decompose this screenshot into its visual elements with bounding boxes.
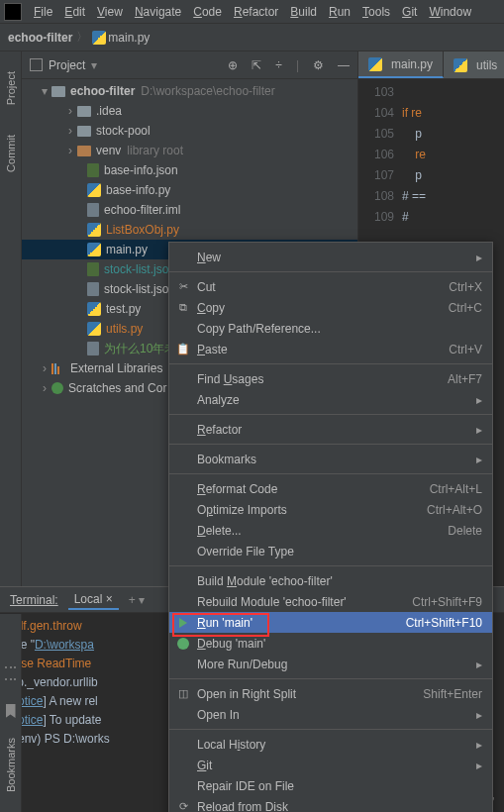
structure-icon[interactable]: ⋮⋮ <box>3 660 19 684</box>
menu-file[interactable]: File <box>28 5 58 19</box>
debug-icon <box>175 636 191 652</box>
editor-tabs: main.pyutils <box>358 51 504 79</box>
breadcrumb: echoo-filter 〉 main.py <box>0 24 504 51</box>
commit-tool-tab[interactable]: Commit <box>5 135 17 172</box>
context-menu: New▸✂CutCtrl+X⧉CopyCtrl+CCopy Path/Refer… <box>168 242 493 812</box>
panel-title[interactable]: Project <box>49 58 85 72</box>
file-icon <box>87 342 99 355</box>
menu-refactor[interactable]: Refactor <box>228 5 284 19</box>
menu-item-build-module-echoo-filter-[interactable]: Build Module 'echoo-filter' <box>169 570 492 591</box>
left-bottom-gutter: ⋮⋮ Bookmarks <box>0 614 22 812</box>
tree-folder[interactable]: ›.idea <box>22 101 357 121</box>
menu-item-cut[interactable]: ✂CutCtrl+X <box>169 276 492 297</box>
terminal-label: Terminal: <box>10 593 58 607</box>
json-icon <box>87 163 99 177</box>
terminal-tab-local[interactable]: Local × <box>68 590 119 610</box>
menu-navigate[interactable]: Navigate <box>129 5 187 19</box>
copy-icon: ⧉ <box>175 300 191 316</box>
python-icon <box>92 31 106 45</box>
menu-item-reload-from-disk[interactable]: ⟳Reload from Disk <box>169 796 492 812</box>
python-icon <box>368 57 382 71</box>
breadcrumb-project[interactable]: echoo-filter <box>8 31 72 45</box>
python-icon <box>454 58 467 72</box>
menu-item-open-in-right-split[interactable]: ◫Open in Right SplitShift+Enter <box>169 683 492 704</box>
menu-build[interactable]: Build <box>284 5 323 19</box>
menu-view[interactable]: View <box>91 5 129 19</box>
project-view-icon <box>30 58 43 71</box>
menu-item-new[interactable]: New▸ <box>169 247 492 267</box>
menu-item-refactor[interactable]: Refactor▸ <box>169 419 492 440</box>
menu-edit[interactable]: Edit <box>58 5 91 19</box>
python-icon <box>87 243 101 256</box>
menu-item-local-history[interactable]: Local History▸ <box>169 734 492 755</box>
tree-file[interactable]: ListBoxObj.py <box>22 220 357 240</box>
menu-window[interactable]: Window <box>423 5 477 19</box>
menu-tools[interactable]: Tools <box>356 5 396 19</box>
file-icon <box>87 203 99 217</box>
gear-icon[interactable]: ⚙ <box>313 58 324 72</box>
divider-icon[interactable]: ÷ <box>275 58 282 72</box>
python-icon <box>87 302 101 316</box>
menu-item-more-run-debug[interactable]: More Run/Debug▸ <box>169 654 492 674</box>
python-icon <box>87 183 101 197</box>
menu-run[interactable]: Run <box>323 5 356 19</box>
tree-folder[interactable]: ›stock-pool <box>22 121 357 141</box>
bookmarks-tool-tab[interactable]: Bookmarks <box>5 738 17 792</box>
editor-tab[interactable]: main.py <box>358 51 444 78</box>
menu-item-find-usages[interactable]: Find UsagesAlt+F7 <box>169 368 492 389</box>
file-icon <box>87 282 99 296</box>
breadcrumb-file[interactable]: main.py <box>108 31 150 45</box>
python-icon <box>87 322 101 336</box>
terminal-add-tab[interactable]: + ▾ <box>129 593 145 607</box>
menu-item-analyze[interactable]: Analyze▸ <box>169 389 492 410</box>
tree-file[interactable]: base-info.py <box>22 180 357 200</box>
split-icon: ◫ <box>175 686 191 702</box>
app-logo <box>4 3 22 21</box>
menu-item-copy-path-reference-[interactable]: Copy Path/Reference... <box>169 318 492 339</box>
reload-icon: ⟳ <box>175 799 191 813</box>
menu-item-optimize-imports[interactable]: Optimize ImportsCtrl+Alt+O <box>169 499 492 520</box>
project-tool-tab[interactable]: Project <box>5 71 17 105</box>
menu-item-open-in[interactable]: Open In▸ <box>169 704 492 725</box>
tree-file[interactable]: base-info.json <box>22 160 357 180</box>
menu-git[interactable]: Git <box>396 5 423 19</box>
menu-item-repair-ide-on-file[interactable]: Repair IDE on File <box>169 775 492 796</box>
left-tool-gutter: Project Commit <box>0 51 22 586</box>
tree-file[interactable]: echoo-filter.iml <box>22 200 357 220</box>
run-icon <box>175 615 191 631</box>
hide-icon[interactable]: — <box>338 58 350 72</box>
paste-icon: 📋 <box>175 342 191 357</box>
menu-item-override-file-type[interactable]: Override File Type <box>169 541 492 561</box>
tree-folder[interactable]: ›venv library root <box>22 141 357 160</box>
menu-item-paste[interactable]: 📋PasteCtrl+V <box>169 339 492 359</box>
cut-icon: ✂ <box>175 279 191 295</box>
menu-item-run-main-[interactable]: Run 'main'Ctrl+Shift+F10 <box>169 612 492 633</box>
menu-item-rebuild-module-echoo-filter-[interactable]: Rebuild Module 'echoo-filter'Ctrl+Shift+… <box>169 591 492 612</box>
expand-icon[interactable]: ⇱ <box>252 58 261 72</box>
menu-item-copy[interactable]: ⧉CopyCtrl+C <box>169 297 492 318</box>
menu-code[interactable]: Code <box>187 5 228 19</box>
python-icon <box>87 223 101 237</box>
menu-item-bookmarks[interactable]: Bookmarks▸ <box>169 449 492 469</box>
tree-root[interactable]: ▾echoo-filterD:\workspace\echoo-filter <box>22 81 357 101</box>
json-icon <box>87 262 99 276</box>
menu-item-delete-[interactable]: Delete...Delete <box>169 520 492 541</box>
menu-item-debug-main-[interactable]: Debug 'main' <box>169 633 492 654</box>
menu-item-reformat-code[interactable]: Reformat CodeCtrl+Alt+L <box>169 478 492 499</box>
menu-item-git[interactable]: Git▸ <box>169 755 492 775</box>
target-icon[interactable]: ⊕ <box>228 58 238 72</box>
bookmark-icon[interactable] <box>6 704 16 718</box>
menubar: FileEditViewNavigateCodeRefactorBuildRun… <box>0 0 504 24</box>
editor-tab[interactable]: utils <box>444 51 504 78</box>
